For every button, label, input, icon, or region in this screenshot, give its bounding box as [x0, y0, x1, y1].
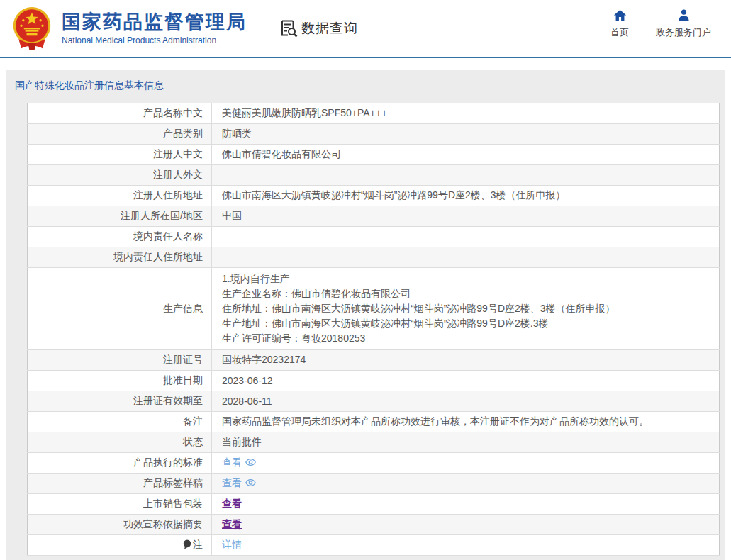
row-label: 注册人住所地址: [28, 186, 212, 206]
table-row: 上市销售包装查看: [28, 494, 720, 515]
table-row: 生产信息1.境内自行生产生产企业名称：佛山市倩碧化妆品有限公司住所地址：佛山市南…: [28, 268, 720, 350]
view-link[interactable]: 查看: [222, 498, 242, 509]
row-value: 国妆特字20232174: [212, 350, 720, 371]
note-balloon-icon: [183, 539, 191, 551]
table-row: 批准日期2023-06-12: [28, 371, 720, 391]
row-value: 查看: [212, 515, 720, 535]
table-row: 注册人住所地址佛山市南海区大沥镇黄岐泌冲村“烟斗岗”泌冲路99号D座2楼、3楼（…: [28, 186, 720, 206]
site-subtitle: National Medical Products Administration: [62, 35, 247, 45]
row-value: [212, 165, 720, 186]
row-label: 产品执行的标准: [28, 453, 212, 474]
site-logo: 国家药品监督管理局 National Medical Products Admi…: [11, 6, 247, 51]
table-row: 境内责任人名称: [28, 227, 720, 247]
row-value: 国家药品监督管理局未组织对本产品所称功效进行审核，本注册证不作为对产品所称功效的…: [212, 412, 720, 432]
page-title: 国产特殊化妆品注册信息基本信息: [6, 79, 725, 92]
row-value: 查看: [212, 474, 720, 494]
row-value: 查看: [212, 494, 720, 515]
table-row: 产品标签样稿查看: [28, 474, 720, 494]
view-link[interactable]: 查看: [222, 518, 242, 530]
production-info-line: 生产地址：佛山市南海区大沥镇黄岐泌冲村“烟斗岗”泌冲路99号D座2楼.3楼: [222, 316, 712, 331]
row-label: 注册人外文: [28, 165, 212, 186]
table-row: 状态当前批件: [28, 432, 720, 453]
row-value: 美健丽美肌嫩肤防晒乳SPF50+PA+++: [212, 103, 720, 124]
row-value: 佛山市倩碧化妆品有限公司: [212, 145, 720, 165]
row-value: [212, 227, 720, 247]
table-row: 产品执行的标准查看: [28, 453, 720, 474]
row-label: 注册人中文: [28, 145, 212, 165]
row-label: 境内责任人名称: [28, 227, 212, 247]
row-label: 注册证号: [28, 350, 212, 371]
table-row: 境内责任人住所地址: [28, 247, 720, 268]
doc-search-icon: [279, 19, 298, 38]
table-row: 产品类别防晒类: [28, 124, 720, 145]
production-info-line: 生产许可证编号：粤妆20180253: [222, 331, 712, 346]
national-emblem-icon: [11, 6, 53, 51]
row-label: 产品名称中文: [28, 103, 212, 124]
info-table-body: 产品名称中文美健丽美肌嫩肤防晒乳SPF50+PA+++产品类别防晒类注册人中文佛…: [28, 103, 720, 556]
row-label: 上市销售包装: [28, 494, 212, 515]
site-header: 国家药品监督管理局 National Medical Products Admi…: [0, 0, 731, 58]
table-row: 备注国家药品监督管理局未组织对本产品所称功效进行审核，本注册证不作为对产品所称功…: [28, 412, 720, 432]
table-row: 注册人中文佛山市倩碧化妆品有限公司: [28, 145, 720, 165]
table-row: 注册证号国妆特字20232174: [28, 350, 720, 371]
site-title: 国家药品监督管理局: [62, 11, 247, 33]
row-value: 2023-06-12: [212, 371, 720, 391]
row-value: [212, 247, 720, 268]
production-info-line: 生产企业名称：佛山市倩碧化妆品有限公司: [222, 286, 712, 301]
table-row: 产品名称中文美健丽美肌嫩肤防晒乳SPF50+PA+++: [28, 103, 720, 124]
row-label: 状态: [28, 432, 212, 453]
row-value: 当前批件: [212, 432, 720, 453]
eye-icon: [245, 478, 256, 489]
row-label: 功效宣称依据摘要: [28, 515, 212, 535]
nav-home-label: 首页: [610, 26, 629, 39]
row-value: 中国: [212, 206, 720, 227]
eye-icon: [245, 457, 256, 469]
row-label: 境内责任人住所地址: [28, 247, 212, 268]
production-info-line: 住所地址：佛山市南海区大沥镇黄岐泌冲村“烟斗岗”泌冲路99号D座2楼、3楼（住所…: [222, 301, 712, 316]
production-info-line: 1.境内自行生产: [222, 271, 712, 286]
row-value: 查看: [212, 453, 720, 474]
nav-data-query[interactable]: 数据查询: [279, 19, 358, 38]
row-label: 注: [28, 535, 212, 556]
row-label: 产品标签样稿: [28, 474, 212, 494]
row-label: 注册人所在国/地区: [28, 206, 212, 227]
view-link[interactable]: 查看: [222, 457, 256, 468]
table-row: 注详情: [28, 535, 720, 556]
row-label: 生产信息: [28, 268, 212, 350]
person-icon: [677, 9, 691, 22]
view-link[interactable]: 查看: [222, 477, 256, 488]
header-right-nav: 首页 政务服务门户: [610, 9, 711, 39]
row-value: 2028-06-11: [212, 391, 720, 412]
row-label: 备注: [28, 412, 212, 432]
home-icon: [613, 9, 627, 22]
row-value: 防晒类: [212, 124, 720, 145]
row-label: 注册证有效期至: [28, 391, 212, 412]
row-value: 佛山市南海区大沥镇黄岐泌冲村“烟斗岗”泌冲路99号D座2楼、3楼（住所申报）: [212, 186, 720, 206]
row-value: 详情: [212, 535, 720, 556]
content-panel: 国产特殊化妆品注册信息基本信息 产品名称中文美健丽美肌嫩肤防晒乳SPF50+PA…: [6, 70, 725, 560]
row-value: 1.境内自行生产生产企业名称：佛山市倩碧化妆品有限公司住所地址：佛山市南海区大沥…: [212, 268, 720, 350]
nav-portal-label: 政务服务门户: [656, 26, 711, 39]
nav-portal[interactable]: 政务服务门户: [656, 9, 711, 39]
details-link[interactable]: 详情: [222, 539, 242, 550]
table-row: 注册人外文: [28, 165, 720, 186]
table-row: 注册人所在国/地区中国: [28, 206, 720, 227]
registration-info-table: 产品名称中文美健丽美肌嫩肤防晒乳SPF50+PA+++产品类别防晒类注册人中文佛…: [27, 103, 720, 556]
data-query-label: 数据查询: [301, 19, 358, 38]
row-label: 批准日期: [28, 371, 212, 391]
nav-home[interactable]: 首页: [610, 9, 629, 39]
row-label: 产品类别: [28, 124, 212, 145]
table-row: 功效宣称依据摘要查看: [28, 515, 720, 535]
table-row: 注册证有效期至2028-06-11: [28, 391, 720, 412]
